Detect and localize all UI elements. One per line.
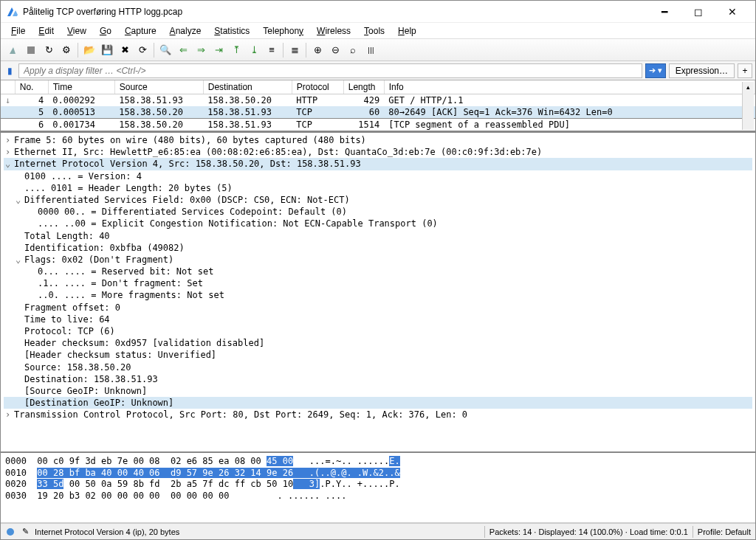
tree-item[interactable]: ›Ethernet II, Src: HewlettP_e6:85:ea (00… [4, 146, 752, 158]
packet-details-pane[interactable]: ›Frame 5: 60 bytes on wire (480 bits), 6… [1, 133, 755, 453]
zoom-out-icon[interactable]: ⊖ [327, 42, 343, 58]
col-no[interactable]: No. [15, 80, 48, 94]
packet-list-scrollbar[interactable]: ▴ [742, 82, 754, 130]
tree-leaf[interactable]: 0... .... = Reserved bit: Not set [4, 266, 752, 277]
menu-view[interactable]: View [61, 24, 92, 38]
goto-icon[interactable]: ⇥ [210, 42, 227, 58]
close-file-icon[interactable]: ✖ [117, 42, 133, 58]
col-source[interactable]: Source [114, 80, 203, 94]
tree-leaf[interactable]: .... ..00 = Explicit Congestion Notifica… [4, 218, 752, 229]
menu-telephony[interactable]: Telephony [257, 24, 309, 38]
zoom-in-icon[interactable]: ⊕ [309, 42, 326, 58]
packet-row[interactable]: ↓ 4 0.000292 158.38.51.93 158.38.50.20 H… [1, 94, 755, 107]
colorize-icon[interactable]: ≣ [286, 42, 303, 58]
tree-leaf[interactable]: 0100 .... = Version: 4 [4, 170, 752, 182]
statusbar: ✎ Internet Protocol Version 4 (ip), 20 b… [1, 523, 755, 539]
menubar: File Edit View Go Capture Analyze Statis… [1, 23, 755, 39]
menu-file[interactable]: File [5, 24, 31, 38]
add-filter-button[interactable]: + [738, 63, 752, 78]
first-icon[interactable]: ⤒ [228, 42, 244, 58]
tree-leaf[interactable]: ..0. .... = More fragments: Not set [4, 289, 752, 301]
last-icon[interactable]: ⤓ [246, 42, 262, 58]
menu-tools[interactable]: Tools [358, 24, 391, 38]
tree-leaf[interactable]: .1.. .... = Don't fragment: Set [4, 277, 752, 289]
menu-capture[interactable]: Capture [119, 24, 162, 38]
tree-leaf[interactable]: [Destination GeoIP: Unknown] [4, 397, 752, 409]
prev-icon[interactable]: ⇐ [175, 42, 191, 58]
options-icon[interactable]: ⚙ [58, 42, 75, 58]
expert-info-icon[interactable] [5, 527, 16, 537]
menu-statistics[interactable]: Statistics [208, 24, 255, 38]
menu-go[interactable]: Go [94, 24, 117, 38]
tree-item[interactable]: ⌄Flags: 0x02 (Don't Fragment) [4, 254, 752, 266]
close-button[interactable]: ✕ [715, 1, 749, 22]
col-info[interactable]: Info [384, 80, 755, 94]
stop-icon[interactable] [23, 42, 39, 58]
titlebar: Pålitelig TCP overføring HTTP logg.pcap … [1, 1, 755, 23]
autoscroll-icon[interactable]: ≡ [264, 42, 280, 58]
edit-icon[interactable]: ✎ [20, 527, 30, 537]
col-length[interactable]: Length [343, 80, 384, 94]
status-packets: Packets: 14 · Displayed: 14 (100.0%) · L… [489, 527, 688, 536]
minimize-button[interactable]: ━ [647, 1, 681, 22]
tree-item[interactable]: ›Frame 5: 60 bytes on wire (480 bits), 6… [4, 134, 752, 146]
hex-row[interactable]: 0020 33 5d 00 50 0a 59 8b fd 2b a5 7f dc… [5, 479, 751, 491]
tree-item-selected[interactable]: ⌄Internet Protocol Version 4, Src: 158.3… [4, 158, 752, 170]
tree-leaf[interactable]: Total Length: 40 [4, 230, 752, 242]
packet-list-pane: No. Time Source Destination Protocol Len… [1, 80, 755, 133]
tree-leaf[interactable]: [Header checksum status: Unverified] [4, 349, 752, 361]
reload-icon[interactable]: ⟳ [134, 42, 151, 58]
menu-help[interactable]: Help [392, 24, 422, 38]
tree-leaf[interactable]: [Source GeoIP: Unknown] [4, 385, 752, 397]
tree-leaf[interactable]: Source: 158.38.50.20 [4, 361, 752, 373]
tree-item[interactable]: ›Transmission Control Protocol, Src Port… [4, 409, 752, 420]
window-title: Pålitelig TCP overføring HTTP logg.pcap [23, 7, 647, 17]
app-icon [7, 6, 18, 18]
zoom-reset-icon[interactable]: ⌕ [345, 42, 361, 58]
menu-edit[interactable]: Edit [32, 24, 60, 38]
tree-item[interactable]: ⌄Differentiated Services Field: 0x00 (DS… [4, 194, 752, 206]
svg-point-1 [7, 528, 14, 536]
hex-dump-pane[interactable]: 0000 00 c0 9f 3d eb 7e 00 08 02 e6 85 ea… [1, 453, 755, 523]
packet-row-selected[interactable]: 5 0.000513 158.38.50.20 158.38.51.93 TCP… [1, 106, 755, 119]
shark-fin-icon[interactable] [5, 42, 21, 58]
tree-leaf[interactable]: Header checksum: 0xd957 [validation disa… [4, 337, 752, 349]
col-destination[interactable]: Destination [203, 80, 292, 94]
tree-leaf[interactable]: .... 0101 = Header Length: 20 bytes (5) [4, 182, 752, 194]
menu-wireless[interactable]: Wireless [311, 24, 357, 38]
col-time[interactable]: Time [48, 80, 114, 94]
save-icon[interactable]: 💾 [99, 42, 115, 58]
tree-leaf[interactable]: 0000 00.. = Differentiated Services Code… [4, 206, 752, 218]
hex-row[interactable]: 0000 00 c0 9f 3d eb 7e 00 08 02 e6 85 ea… [5, 456, 751, 468]
bookmark-icon[interactable]: ▮ [4, 65, 16, 77]
tree-leaf[interactable]: Destination: 158.38.51.93 [4, 373, 752, 385]
packet-row[interactable]: 6 0.001734 158.38.50.20 158.38.51.93 TCP… [1, 119, 755, 131]
restart-icon[interactable]: ↻ [41, 42, 57, 58]
status-main: Internet Protocol Version 4 (ip), 20 byt… [35, 527, 480, 536]
window-controls: ━ ◻ ✕ [647, 1, 749, 22]
hex-row[interactable]: 0030 19 20 b3 02 00 00 00 00 00 00 00 00… [5, 491, 751, 502]
tree-leaf[interactable]: Identification: 0xbfba (49082) [4, 242, 752, 254]
hex-row[interactable]: 0010 00 28 bf ba 40 00 40 06 d9 57 9e 26… [5, 468, 751, 480]
display-filter-input[interactable] [18, 63, 642, 78]
tree-leaf[interactable]: Protocol: TCP (6) [4, 325, 752, 337]
apply-filter-button[interactable]: ➔ ▾ [645, 63, 666, 78]
col-protocol[interactable]: Protocol [292, 80, 343, 94]
menu-analyze[interactable]: Analyze [164, 24, 207, 38]
tree-leaf[interactable]: Fragment offset: 0 [4, 302, 752, 314]
packet-list-header: No. Time Source Destination Protocol Len… [1, 80, 755, 94]
find-icon[interactable]: 🔍 [157, 42, 173, 58]
resize-columns-icon[interactable]: ⫼ [362, 42, 379, 58]
filter-bar: ▮ ➔ ▾ Expression… + [1, 61, 755, 80]
toolbar: ↻ ⚙ 📂 💾 ✖ ⟳ 🔍 ⇐ ⇒ ⇥ ⤒ ⤓ ≡ ≣ ⊕ ⊖ ⌕ ⫼ [1, 39, 755, 61]
maximize-button[interactable]: ◻ [681, 1, 715, 22]
open-icon[interactable]: 📂 [81, 42, 97, 58]
svg-rect-0 [27, 46, 35, 54]
next-icon[interactable]: ⇒ [193, 42, 209, 58]
expression-button[interactable]: Expression… [669, 63, 735, 78]
status-profile[interactable]: Profile: Default [698, 527, 751, 536]
tree-leaf[interactable]: Time to live: 64 [4, 314, 752, 325]
